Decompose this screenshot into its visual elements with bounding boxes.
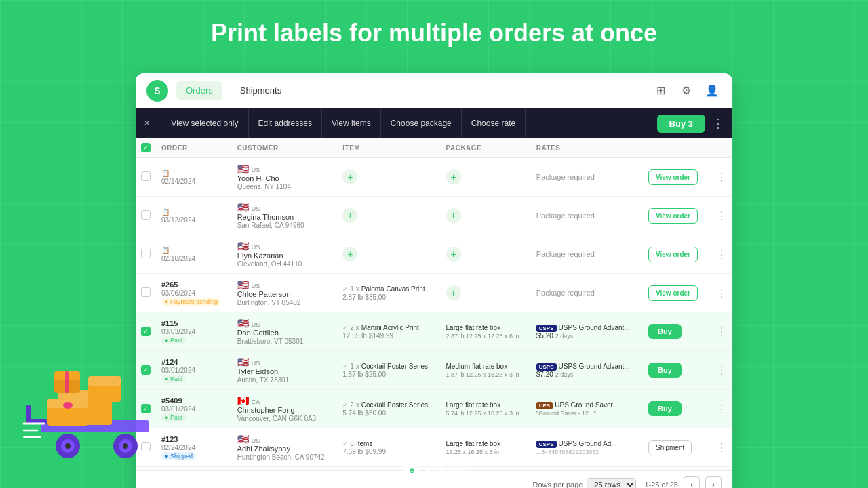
add-package-btn[interactable]: + xyxy=(446,247,461,262)
customer-location: Brattleboro, VT 05301 xyxy=(237,338,304,345)
view-order-btn[interactable]: View order xyxy=(648,285,698,301)
package-name: Large flat rate box xyxy=(446,324,501,331)
svg-rect-8 xyxy=(26,405,31,424)
item-price: $35.00 xyxy=(365,293,386,301)
grid-icon[interactable]: ⊞ xyxy=(651,81,670,100)
rate-price: $7.20 xyxy=(536,371,553,378)
row-checkbox[interactable] xyxy=(141,171,151,181)
row-more-btn[interactable]: ⋮ xyxy=(716,365,727,376)
package-dims: 1.87 lb 12.25 x 16.25 x 3 in xyxy=(446,371,519,378)
bulk-toolbar: × View selected only Edit addresses View… xyxy=(136,108,732,138)
item-name: Cocktail Poster Series xyxy=(361,363,428,370)
col-order: ORDER xyxy=(156,138,232,158)
add-package-btn[interactable]: + xyxy=(446,208,461,223)
toolbar-edit-addresses[interactable]: Edit addresses xyxy=(249,108,322,138)
row-checkbox[interactable] xyxy=(141,249,151,258)
package-dims: 5.74 lb 12.25 x 16.25 x 3 in xyxy=(446,410,519,417)
item-qty: 6 xyxy=(350,440,354,447)
row-more-btn[interactable]: ⋮ xyxy=(716,249,727,260)
add-package-btn[interactable]: + xyxy=(446,169,461,184)
country-flag: 🇺🇸 xyxy=(237,434,249,445)
item-qty: 1 x xyxy=(350,363,359,370)
prev-page-btn[interactable]: ‹ xyxy=(684,476,700,488)
next-page-btn[interactable]: › xyxy=(705,476,722,488)
country-flag: 🇨🇦 xyxy=(237,395,249,406)
row-more-btn[interactable]: ⋮ xyxy=(716,171,727,183)
customer-name: Christopher Fong xyxy=(237,406,295,414)
row-more-btn[interactable]: ⋮ xyxy=(716,326,727,338)
item-weight: ✓ xyxy=(342,325,348,331)
item-name: Martini Acrylic Print xyxy=(361,324,419,331)
row-checkbox[interactable] xyxy=(141,287,151,297)
row-more-btn[interactable]: ⋮ xyxy=(716,210,727,222)
pagination: 1-25 of 25 ‹ › xyxy=(644,476,722,488)
tab-orders[interactable]: Orders xyxy=(176,81,222,100)
buy-btn[interactable]: Buy xyxy=(648,363,682,378)
toolbar-buy-btn[interactable]: Buy 3 xyxy=(657,115,705,133)
item-qty: 2 x xyxy=(350,401,359,409)
row-checkbox[interactable] xyxy=(141,210,151,220)
row-more-btn[interactable]: ⋮ xyxy=(716,442,727,453)
tab-shipments[interactable]: Shipments xyxy=(231,81,291,100)
rate-name: UPS Ground Saver xyxy=(555,401,613,409)
toolbar-more-btn[interactable]: ⋮ xyxy=(712,116,724,131)
shipment-btn[interactable]: Shipment xyxy=(648,440,692,455)
table-row: 📋03/12/2024🇺🇸USRegina ThomsonSan Rafael,… xyxy=(136,197,732,235)
add-item-btn[interactable]: + xyxy=(342,169,357,184)
add-item-btn[interactable]: + xyxy=(342,208,357,223)
customer-location: Burlington, VT 05402 xyxy=(237,299,301,306)
svg-rect-18 xyxy=(65,371,69,393)
shippo-brand-icon: ⊕ xyxy=(403,462,420,479)
item-price: $50.00 xyxy=(365,409,386,417)
view-order-btn[interactable]: View order xyxy=(648,208,698,224)
item-weight-val: 1.87 lb xyxy=(342,371,363,378)
col-package: PACKAGE xyxy=(441,138,531,158)
package-required-label: Package required xyxy=(536,289,595,297)
toolbar-close-btn[interactable]: × xyxy=(144,117,150,129)
main-card: S Orders Shipments ⊞ ⚙ 👤 × View selected… xyxy=(136,73,732,488)
toolbar-choose-package[interactable]: Choose package xyxy=(381,108,462,138)
row-more-btn[interactable]: ⋮ xyxy=(716,287,727,299)
order-date: 02/10/2024 xyxy=(161,255,195,262)
item-name: Items xyxy=(356,440,372,447)
item-price: $69.99 xyxy=(365,448,386,455)
order-date-icon: 📋 xyxy=(161,247,170,254)
country-flag: 🇺🇸 xyxy=(237,202,249,213)
country-flag: 🇺🇸 xyxy=(237,241,249,251)
svg-point-13 xyxy=(63,402,73,409)
buy-btn[interactable]: Buy xyxy=(648,324,682,339)
add-package-btn[interactable]: + xyxy=(446,285,461,300)
add-item-btn[interactable]: + xyxy=(342,247,357,262)
user-icon[interactable]: 👤 xyxy=(703,81,722,100)
carrier-badge: USPS xyxy=(536,325,557,332)
view-order-btn[interactable]: View order xyxy=(648,247,698,262)
toolbar-choose-rate[interactable]: Choose rate xyxy=(462,108,526,138)
order-date-icon: 📋 xyxy=(161,169,170,177)
country-flag: 🇺🇸 xyxy=(237,357,249,367)
country-code: US xyxy=(252,321,260,328)
country-flag: 🇺🇸 xyxy=(237,279,249,290)
item-name: Cocktail Poster Series xyxy=(361,401,428,409)
settings-icon[interactable]: ⚙ xyxy=(677,81,696,100)
toolbar-view-items[interactable]: View items xyxy=(322,108,381,138)
view-order-btn[interactable]: View order xyxy=(648,169,698,185)
customer-name: Yoon H. Cho xyxy=(237,174,279,182)
item-weight: ✓ xyxy=(342,402,348,409)
rate-note: "Ground Saver - 12..." xyxy=(536,410,596,417)
rows-select[interactable]: 25 rows xyxy=(587,478,636,488)
buy-btn[interactable]: Buy xyxy=(648,401,682,416)
toolbar-view-selected[interactable]: View selected only xyxy=(161,108,248,138)
hero-title: Print labels for multiple orders at once xyxy=(0,0,868,47)
svg-point-3 xyxy=(65,443,71,449)
select-all-checkbox[interactable]: ✓ xyxy=(141,143,151,152)
country-code: CA xyxy=(252,399,260,405)
orders-table: ✓ ORDER CUSTOMER ITEM PACKAGE RATES 📋02/… xyxy=(136,138,732,470)
item-weight-val: 7.69 lb xyxy=(342,448,363,455)
customer-location: Queens, NY 1104 xyxy=(237,183,291,190)
country-code: US xyxy=(252,244,260,251)
row-more-btn[interactable]: ⋮ xyxy=(716,403,727,415)
customer-name: Elyn Kazarian xyxy=(237,251,283,260)
rate-days: 2 days xyxy=(555,371,574,378)
rate-days: 2 days xyxy=(555,333,574,340)
rate-name: USPS Ground Ad... xyxy=(559,440,617,447)
